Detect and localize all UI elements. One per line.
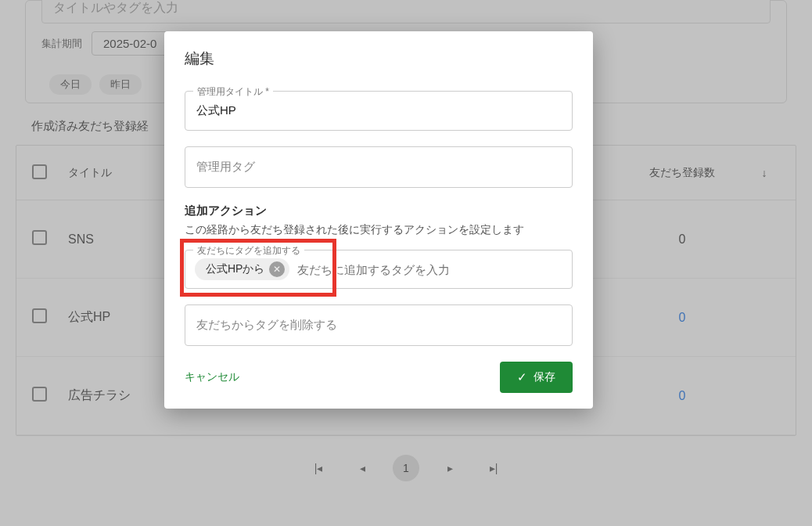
admin-title-label: 管理用タイトル * [193, 85, 273, 99]
remove-tag-placeholder: 友だちからタグを削除する [185, 305, 572, 345]
add-tag-input[interactable] [297, 263, 562, 276]
additional-action-heading: 追加アクション [185, 204, 573, 218]
save-button-label: 保存 [534, 370, 555, 384]
admin-title-field[interactable]: 管理用タイトル * [185, 91, 573, 131]
check-icon: ✓ [517, 370, 527, 384]
modal-title: 編集 [185, 49, 573, 69]
cancel-button[interactable]: キャンセル [185, 370, 239, 384]
admin-tag-field[interactable]: 管理用タグ [185, 146, 573, 188]
edit-modal: 編集 管理用タイトル * 管理用タグ 追加アクション この経路から友だち登録され… [164, 31, 593, 409]
additional-action-desc: この経路から友だち登録された後に実行するアクションを設定します [185, 223, 573, 237]
remove-tag-field[interactable]: 友だちからタグを削除する [185, 304, 573, 346]
add-tag-label: 友だちにタグを追加する [193, 244, 304, 258]
remove-tag-icon[interactable]: ✕ [269, 261, 285, 277]
tag-chip: 公式HPから ✕ [195, 258, 289, 280]
save-button[interactable]: ✓ 保存 [500, 362, 573, 393]
add-tag-field[interactable]: 友だちにタグを追加する 公式HPから ✕ [185, 250, 573, 289]
tag-chip-text: 公式HPから [206, 262, 264, 276]
admin-tag-placeholder: 管理用タグ [185, 147, 572, 187]
modal-footer: キャンセル ✓ 保存 [185, 362, 573, 393]
